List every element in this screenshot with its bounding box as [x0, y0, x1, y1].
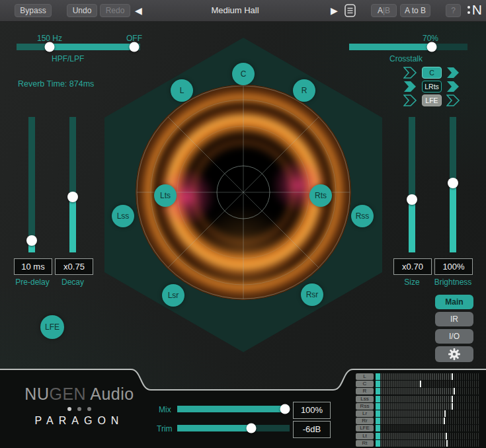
meter-row-c: C: [356, 381, 480, 387]
meter-peak-tick: [446, 440, 448, 447]
route-button-c[interactable]: C: [422, 67, 442, 79]
predelay-value[interactable]: 10 ms: [14, 258, 52, 275]
trim-value[interactable]: -6dB: [293, 421, 331, 438]
trim-label: Trim: [157, 424, 174, 433]
gear-icon: [448, 348, 461, 361]
trim-slider[interactable]: [177, 425, 290, 431]
size-value[interactable]: x0.70: [393, 258, 432, 275]
channel-button-lsr[interactable]: Lsr: [162, 284, 184, 307]
wordmark-audio: Audio: [90, 385, 134, 403]
meter-row-r: R: [356, 388, 480, 394]
brand-block: NUGEN Audio PARAGON: [20, 385, 139, 427]
bypass-button[interactable]: Bypass: [15, 4, 52, 17]
a-to-b-button[interactable]: A to B: [400, 4, 430, 17]
size-slider[interactable]: [409, 117, 415, 252]
next-preset-icon[interactable]: ▶: [331, 5, 338, 17]
meter-label: LFE: [356, 425, 374, 431]
tab-ir[interactable]: IR: [435, 312, 473, 326]
undo-button[interactable]: Undo: [67, 4, 97, 17]
size-handle[interactable]: [407, 194, 417, 205]
channel-button-r[interactable]: R: [293, 79, 315, 102]
crosstalk-slider[interactable]: [349, 44, 467, 50]
predelay-handle[interactable]: [26, 235, 37, 246]
mix-value[interactable]: 100%: [293, 402, 331, 419]
meter-peak-tick: [452, 396, 453, 402]
preset-list-icon[interactable]: [344, 4, 356, 17]
routing-row-lrts: LRts: [403, 81, 460, 93]
ab-b-label: B: [385, 6, 390, 15]
trim-handle[interactable]: [247, 424, 257, 433]
settings-button[interactable]: [435, 346, 473, 362]
predelay-slider[interactable]: [28, 117, 35, 252]
brightness-handle[interactable]: [448, 178, 458, 188]
redo-button[interactable]: Redo: [100, 4, 130, 17]
hpf-lpf-label: HPF/LPF: [52, 54, 84, 63]
preset-name[interactable]: Medium Hall: [171, 5, 300, 15]
route-button-lfe[interactable]: LFE: [422, 94, 442, 106]
ab-toggle-button[interactable]: A|B: [371, 4, 397, 17]
channel-button-l[interactable]: L: [171, 79, 193, 102]
route-in-chevron-icon[interactable]: [403, 81, 417, 93]
meter-row-lt: Lt: [356, 433, 480, 439]
meter-bar: [381, 440, 480, 447]
channel-button-rts[interactable]: Rts: [309, 184, 332, 207]
meter-bar: [381, 410, 480, 417]
meter-label: C: [356, 381, 374, 387]
decay-slider[interactable]: [69, 117, 76, 252]
meter-level-block: [376, 418, 380, 424]
meter-bar: [381, 433, 480, 439]
brand-dots: [20, 407, 139, 411]
routing-row-lfe: LFE: [403, 94, 460, 106]
mix-handle[interactable]: [280, 404, 290, 414]
crosstalk-fill: [349, 44, 432, 50]
route-out-chevron-icon[interactable]: [446, 67, 460, 79]
route-in-chevron-icon[interactable]: [403, 94, 417, 106]
brightness-value[interactable]: 100%: [434, 258, 473, 275]
channel-button-rsr[interactable]: Rsr: [301, 283, 323, 306]
meter-active-range: [381, 373, 452, 380]
channel-button-lts[interactable]: Lts: [154, 184, 177, 207]
crosstalk-handle[interactable]: [427, 42, 437, 52]
routing-row-c: C: [403, 67, 460, 79]
mix-slider[interactable]: [177, 406, 290, 412]
meter-bar: [381, 381, 480, 387]
meter-peak-tick: [444, 410, 446, 417]
meter-bar: [381, 396, 480, 402]
meter-row-lss: Lss: [356, 396, 480, 402]
wordmark-gen: GEN: [49, 385, 86, 403]
brightness-fill: [450, 183, 456, 252]
help-button[interactable]: ?: [446, 4, 461, 17]
previous-preset-icon[interactable]: ◀: [135, 5, 142, 17]
tab-io[interactable]: I/O: [435, 329, 473, 344]
decay-handle[interactable]: [67, 192, 78, 202]
meter-label: L: [356, 373, 374, 380]
lpf-handle[interactable]: [129, 42, 139, 52]
channel-button-c[interactable]: C: [232, 63, 255, 85]
meter-level-block: [376, 440, 380, 447]
route-out-chevron-icon[interactable]: [446, 94, 460, 106]
meter-active-range: [381, 388, 454, 394]
product-name: PARAGON: [20, 415, 139, 427]
channel-button-rss[interactable]: Rss: [351, 205, 374, 227]
decay-value[interactable]: x0.75: [55, 258, 93, 275]
nugen-audio-wordmark: NUGEN Audio: [20, 385, 139, 404]
route-button-lrts[interactable]: LRts: [422, 81, 442, 93]
hpf-lpf-slider[interactable]: [17, 44, 140, 50]
meter-active-range: [381, 410, 444, 417]
meter-peak-tick: [446, 433, 447, 439]
meter-peak-tick: [452, 403, 453, 410]
meter-level-block: [376, 396, 380, 402]
route-out-chevron-icon[interactable]: [446, 81, 460, 93]
meter-label: Rt: [356, 440, 374, 447]
meter-row-lfe: LFE: [356, 425, 480, 431]
meter-label: Lt: [356, 433, 374, 439]
channel-button-lss[interactable]: Lss: [112, 205, 134, 227]
tab-main[interactable]: Main: [435, 295, 473, 309]
meter-level-block: [376, 373, 380, 380]
channel-button-lfe[interactable]: LFE: [40, 315, 64, 339]
meter-label: Rr: [356, 418, 374, 424]
nugen-logo-n: N: [472, 3, 482, 17]
hpf-handle[interactable]: [45, 42, 55, 52]
route-in-chevron-icon[interactable]: [403, 67, 417, 79]
brightness-slider[interactable]: [450, 117, 456, 252]
